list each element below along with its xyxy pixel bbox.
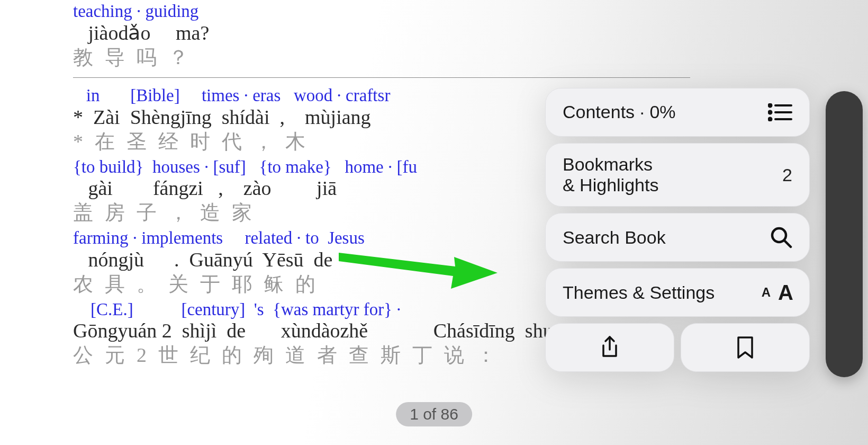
hanzi-line: 教导吗？ [73,47,826,68]
bookmark-icon [736,335,754,360]
menu-bottom-row [545,323,810,372]
share-button[interactable] [545,323,674,372]
search-label: Search Book [563,227,666,248]
text-block-1: teaching · guiding jiàodǎo ma? 教导吗？ [73,2,826,68]
svg-point-0 [769,104,772,107]
text-size-icon: AA [762,281,792,305]
themes-label: Themes & Settings [563,282,715,303]
bookmarks-label: Bookmarks & Highlights [563,154,658,195]
share-icon [599,335,620,360]
contents-button[interactable]: Contents · 0% [545,88,810,137]
bookmarks-highlights-button[interactable]: Bookmarks & Highlights 2 [545,143,810,207]
list-icon [768,103,792,121]
contents-label: Contents · 0% [563,102,676,122]
search-book-button[interactable]: Search Book [545,213,810,262]
reader-menu: Contents · 0% Bookmarks & Highlights 2 S… [545,88,810,372]
bookmark-button[interactable] [681,323,810,372]
page-indicator: 1 of 86 [396,402,472,426]
bookmarks-count: 2 [782,165,792,185]
gloss-line: teaching · guiding [73,2,826,21]
svg-point-4 [769,118,772,121]
svg-line-7 [784,241,791,247]
scrollbar-handle[interactable] [826,91,863,377]
svg-point-2 [769,111,772,114]
themes-settings-button[interactable]: Themes & Settings AA [545,268,810,317]
search-icon [770,226,792,248]
pinyin-line: jiàodǎo ma? [73,23,826,44]
section-divider [73,77,690,78]
